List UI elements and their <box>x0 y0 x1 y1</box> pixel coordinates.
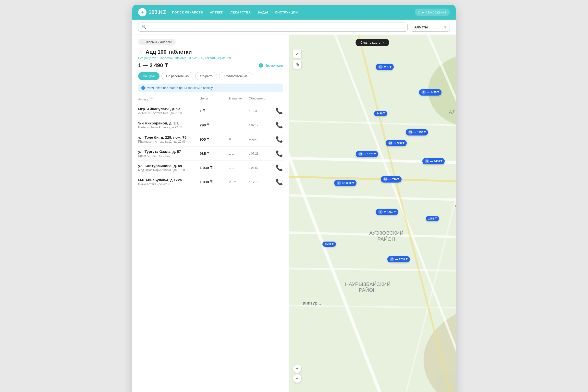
map-badge-b13[interactable]: 2от 1700 ₸ <box>387 256 410 262</box>
hide-map-button[interactable]: Скрыть карту → <box>356 39 389 46</box>
nav-links: ПОИСК ЛЕКАРСТВ АПТЕКИ ЛЕКАРСТВА БАДЫ ИНС… <box>172 10 409 14</box>
instruction-label: Инструкция <box>264 64 283 68</box>
map-badge-b3[interactable]: 19от 1455 ₸ <box>406 129 428 136</box>
pharmacy-address: м-н Айнабулак-4, д.172а <box>138 178 200 182</box>
pharmacy-stock: 1 шт. <box>229 166 249 170</box>
col-pharmacy: Аптека 198 <box>138 96 200 101</box>
drug-subtitle: Без рецепта • Таблетки шипучие 100 мг ×2… <box>138 56 283 60</box>
table-row: мкр. Айнабулак-1, д. 9а АЛМАСАТ Аптека №… <box>138 104 283 118</box>
map-badge-b5[interactable]: 10от 1370 ₸ <box>356 151 378 157</box>
map-expand-button[interactable]: ⤢ <box>293 50 301 58</box>
pharmacy-price: 985 ₸ <box>200 152 229 156</box>
call-button[interactable]: 📞 <box>271 122 283 128</box>
search-input-wrap[interactable]: 🔍 Ацц 100 <box>138 22 408 32</box>
map-badge-b1[interactable]: 11от 1 ₸ <box>376 64 394 70</box>
logo-title: 103.KZ <box>148 9 166 16</box>
info-icon: i <box>259 63 263 68</box>
map-badge-b10[interactable]: 2от 1455 ₸ <box>376 209 398 215</box>
city-select[interactable]: Алматы ▾ <box>410 23 450 32</box>
pharmacy-address-cell: ул. Тургута Озала, д. 57 Super Аптека · … <box>138 150 200 158</box>
col-prices: Цены <box>200 96 229 101</box>
logo[interactable]: + 103.KZ <box>138 8 166 16</box>
table-row: ул. Тургута Озала, д. 57 Super Аптека · … <box>138 146 283 161</box>
nav-search-drugs[interactable]: ПОИСК ЛЕКАРСТВ <box>172 10 203 14</box>
table-row: ул. Толе би, д. 229, пом. 75 Pharmacom А… <box>138 132 283 146</box>
search-bar: 🔍 Ацц 100 Алматы ▾ <box>132 20 456 35</box>
notice-text: Уточняйте наличие и цены звонком в аптек… <box>147 86 213 90</box>
nav-supplements[interactable]: БАДЫ <box>258 10 268 14</box>
app-button[interactable]:  ▶ Приложение <box>415 8 450 16</box>
call-button[interactable]: 📞 <box>271 164 283 171</box>
zoom-out-button[interactable]: − <box>293 374 301 383</box>
pharmacy-count: 198 <box>150 96 154 100</box>
app-button-label: Приложение <box>426 10 446 14</box>
instruction-button[interactable]: i Инструкция <box>259 63 283 68</box>
map-badge-b8[interactable]: 4от 1290 ₸ <box>334 180 356 186</box>
svg-text:НАУРЫЗБАЙСКИЙ: НАУРЫЗБАЙСКИЙ <box>345 281 390 287</box>
filter-tab-distance[interactable]: По расстоянию <box>162 72 193 80</box>
zoom-in-button[interactable]: + <box>293 364 301 373</box>
play-icon: ▶ <box>422 10 424 14</box>
pharmacy-name: Pharmacom Аптека №12 · до 22:00 <box>138 140 200 143</box>
hide-map-label: Скрыть карту → <box>360 41 384 44</box>
pharmacy-price: 900 ₸ <box>200 137 229 142</box>
filter-tabs: По цене По расстоянию Открыто Круглосуто… <box>138 72 283 80</box>
apple-icon:  <box>418 10 420 14</box>
svg-text:АУЭЗОВСКИЙ: АУЭЗОВСКИЙ <box>369 230 404 236</box>
pharmacy-name: Мед Плюс Фарм Аптека · до 21:00 <box>138 168 200 172</box>
pharmacy-updated: вчера <box>249 138 271 141</box>
svg-text:анатур...: анатур... <box>302 300 321 306</box>
pharmacy-name: АЛМАСАТ Аптека №9 · до 21:00 <box>138 112 200 115</box>
nav-right:  ▶ Приложение <box>415 8 450 16</box>
favorite-star-icon[interactable]: ☆ <box>138 49 143 55</box>
back-button-label: Формы и аналоги <box>146 40 172 44</box>
price-range: 1 — 2 490 ₸ <box>138 62 168 68</box>
drug-title-row: ☆ Ацц 100 таблетки <box>138 49 283 55</box>
call-button[interactable]: 📞 <box>271 178 283 186</box>
expand-icon: ⤢ <box>296 52 299 56</box>
pharmacy-address-cell: мкр. Айнабулак-1, д. 9а АЛМАСАТ Аптека №… <box>138 107 200 115</box>
pharmacy-updated: в 08:50 <box>249 166 271 170</box>
map-badge-b12[interactable]: 1550 ₸ <box>322 242 336 247</box>
filter-tab-24h[interactable]: Круглосуточные <box>219 72 252 80</box>
map-badge-b2[interactable]: 6от 1455 ₸ <box>419 89 441 96</box>
svg-text:АЛМАЛИНСКИЙ: АЛМАЛИНСКИЙ <box>455 202 456 208</box>
left-panel: ← Формы и аналоги ☆ Ацц 100 таблетки Без… <box>132 35 289 392</box>
map-badge-b4[interactable]: 48от 900 ₸ <box>386 140 406 146</box>
pharmacy-updated: в 07:21 <box>249 152 271 155</box>
notice-icon <box>141 86 146 90</box>
pharmacy-updated: в 12:33 <box>249 109 271 113</box>
map-badge-b7[interactable]: 9от 1450 ₸ <box>422 158 445 164</box>
nav-medicines[interactable]: ЛЕКАРСТВА <box>230 10 251 14</box>
location-icon: ◎ <box>296 62 299 67</box>
chevron-down-icon: ▾ <box>444 25 446 30</box>
pharmacy-address: ул. Байтурсынова, д. 59 <box>138 164 200 168</box>
filter-tab-open[interactable]: Открыто <box>195 72 217 80</box>
pharmacy-address: 5-й микрорайон, д. 3/а <box>138 121 200 125</box>
app-window: + 103.KZ ПОИСК ЛЕКАРСТВ АПТЕКИ ЛЕКАРСТВА… <box>132 5 456 392</box>
col-stock: Наличие <box>229 96 249 101</box>
svg-text:РАЙОН: РАЙОН <box>359 287 377 293</box>
call-button[interactable]: 📞 <box>271 108 283 114</box>
map-badge-b11[interactable]: 1455 ₸ <box>426 216 439 221</box>
map-location-button[interactable]: ◎ <box>293 60 301 68</box>
pharmacy-name: Super Аптека · до 22:30 <box>138 154 200 158</box>
pharmacy-stock: 2 шт. <box>229 180 249 184</box>
nav-pharmacies[interactable]: АПТЕКИ <box>210 10 224 14</box>
back-button[interactable]: ← Формы и аналоги <box>138 39 176 45</box>
notice-bar: Уточняйте наличие и цены звонком в аптек… <box>138 84 283 92</box>
pharmacy-updated: в 07:17 <box>249 124 271 127</box>
nav-instructions[interactable]: ИНСТРУКЦИИ <box>275 10 298 14</box>
pharmacy-updated: в 17:15 <box>249 180 271 184</box>
pharmacy-address-cell: м-н Айнабулак-4, д.172а Invivo Аптека · … <box>138 178 200 186</box>
filter-tab-price[interactable]: По цене <box>138 72 160 80</box>
svg-text:АЛАТАУСКИЙ: АЛАТАУСКИЙ <box>449 109 456 115</box>
map-panel[interactable]: АЛАТАУСКИЙ РАЙОН ЖЕТЫСУСКИЙ РАЙОН АЛМАЛИ… <box>289 35 456 392</box>
call-button[interactable]: 📞 <box>271 136 283 143</box>
search-input[interactable]: Ацц 100 <box>149 25 404 29</box>
table-header: Аптека 198 Цены Наличие Обновлено <box>138 96 283 103</box>
map-badge-b6[interactable]: 2490 ₸ <box>374 111 388 116</box>
map-badge-b9[interactable]: 64от 790 ₸ <box>381 176 402 182</box>
table-row: ул. Байтурсынова, д. 59 Мед Плюс Фарм Ап… <box>138 161 283 175</box>
call-button[interactable]: 📞 <box>271 150 283 157</box>
